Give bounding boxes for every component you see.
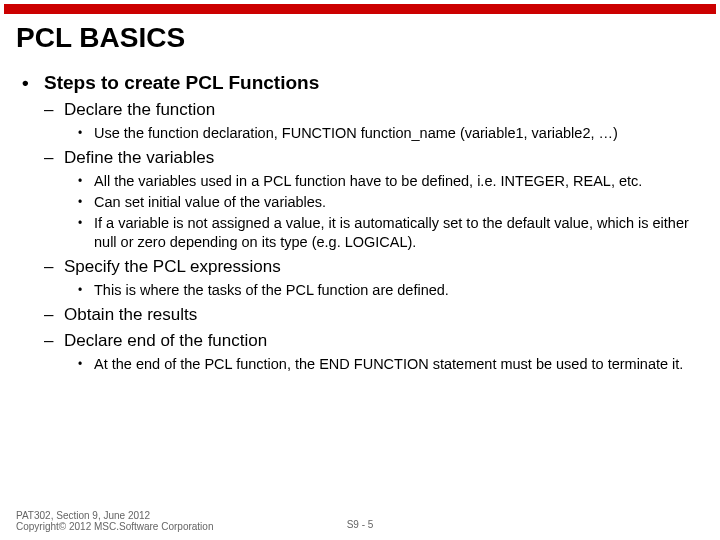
step-define-variables: Define the variables All the variables u… <box>44 148 704 251</box>
step-label: Define the variables <box>64 148 214 167</box>
step-label: Obtain the results <box>64 305 197 324</box>
sub-list: All the variables used in a PCL function… <box>64 172 704 251</box>
accent-bar <box>4 4 716 14</box>
sub-list: At the end of the PCL function, the END … <box>64 355 704 373</box>
main-bullet-label: Steps to create PCL Functions <box>44 72 319 93</box>
sub-item: Can set initial value of the variables. <box>64 193 704 211</box>
step-declare-end: Declare end of the function At the end o… <box>44 331 704 373</box>
steps-list: Declare the function Use the function de… <box>44 100 704 373</box>
sub-item: This is where the tasks of the PCL funct… <box>64 281 704 299</box>
step-label: Specify the PCL expressions <box>64 257 281 276</box>
sub-item: Use the function declaration, FUNCTION f… <box>64 124 704 142</box>
sub-item: All the variables used in a PCL function… <box>64 172 704 190</box>
sub-item: At the end of the PCL function, the END … <box>64 355 704 373</box>
sub-list: Use the function declaration, FUNCTION f… <box>64 124 704 142</box>
slide: PCL BASICS Steps to create PCL Functions… <box>0 0 720 540</box>
sub-list: This is where the tasks of the PCL funct… <box>64 281 704 299</box>
slide-title: PCL BASICS <box>16 22 704 54</box>
step-declare-function: Declare the function Use the function de… <box>44 100 704 142</box>
step-label: Declare the function <box>64 100 215 119</box>
content-area: PCL BASICS Steps to create PCL Functions… <box>16 22 704 381</box>
main-bullet: Steps to create PCL Functions Declare th… <box>16 72 704 373</box>
page-number: S9 - 5 <box>347 519 374 530</box>
step-label: Declare end of the function <box>64 331 267 350</box>
step-specify-expressions: Specify the PCL expressions This is wher… <box>44 257 704 299</box>
bullet-list-l1: Steps to create PCL Functions Declare th… <box>16 72 704 373</box>
step-obtain-results: Obtain the results <box>44 305 704 325</box>
sub-item: If a variable is not assigned a value, i… <box>64 214 704 250</box>
footer: PAT302, Section 9, June 2012 Copyright© … <box>16 510 704 532</box>
